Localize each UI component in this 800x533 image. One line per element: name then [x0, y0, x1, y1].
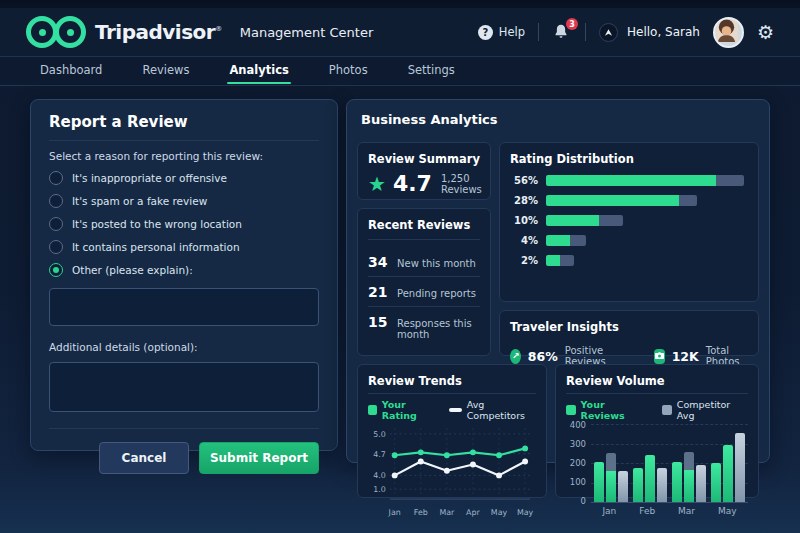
- volume-bar-green: [645, 455, 655, 502]
- volume-bar-group: [633, 455, 667, 502]
- svg-text:5.0: 5.0: [373, 430, 386, 439]
- stat-label: Pending reports: [397, 288, 476, 299]
- rating-distribution-title: Rating Distribution: [510, 152, 748, 166]
- stat-label: New this month: [397, 258, 476, 269]
- details-label: Additional details (optional):: [49, 341, 319, 353]
- radio-icon: [49, 263, 63, 277]
- reason-option[interactable]: It contains personal information: [49, 240, 319, 254]
- reason-label: It's posted to the wrong location: [72, 218, 242, 230]
- distribution-percent-label: 10%: [510, 215, 538, 226]
- brand-name: Tripadvisor®: [95, 20, 222, 44]
- recent-reviews-card: Recent Reviews 34New this month21Pending…: [357, 208, 491, 356]
- settings-gear-icon[interactable]: ⚙: [757, 23, 774, 42]
- volume-bar-lightgray: [735, 433, 745, 502]
- svg-text:Jan: Jan: [388, 508, 401, 517]
- volume-bar-lightgray: [696, 465, 706, 502]
- tab-dashboard[interactable]: Dashboard: [38, 57, 104, 85]
- stat-value: 34: [368, 254, 388, 270]
- radio-icon: [49, 217, 63, 231]
- svg-text:4.0: 4.0: [373, 471, 386, 480]
- volume-bar-gray: [684, 452, 694, 502]
- review-summary-title: Review Summary: [368, 152, 480, 166]
- distribution-bar: [546, 175, 748, 186]
- review-summary-card: Review Summary ★ 4.7 1,250 Reviews: [357, 142, 491, 200]
- header-divider: [538, 23, 539, 41]
- camera-icon: [654, 349, 665, 364]
- tab-photos[interactable]: Photos: [327, 57, 370, 85]
- bar-green-segment: [546, 195, 679, 206]
- svg-text:May: May: [491, 508, 508, 517]
- distribution-row: 4%: [510, 235, 748, 246]
- traveler-insights-title: Traveler Insights: [510, 320, 748, 334]
- distribution-row: 28%: [510, 195, 748, 206]
- reason-radio-group: It's inappropriate or offensiveIt's spam…: [49, 171, 319, 277]
- user-greeting: Hello, Sarah: [627, 25, 700, 39]
- tab-reviews[interactable]: Reviews: [140, 57, 191, 85]
- reason-label: It contains personal information: [72, 241, 240, 253]
- volume-bar-group: [594, 453, 628, 502]
- notification-badge: 3: [566, 18, 578, 30]
- bar-gray-segment: [570, 235, 586, 246]
- avatar[interactable]: [713, 17, 744, 48]
- cancel-button[interactable]: Cancel: [99, 442, 189, 474]
- reason-option[interactable]: It's inappropriate or offensive: [49, 171, 319, 185]
- business-analytics-panel: Business Analytics Review Summary ★ 4.7 …: [346, 99, 770, 463]
- reason-label: It's spam or a fake review: [72, 195, 207, 207]
- account-icon: [599, 23, 618, 42]
- reason-label: Other (please explain):: [72, 264, 193, 276]
- volume-y-tick: 100: [566, 477, 586, 487]
- help-button[interactable]: ? Help: [478, 25, 525, 40]
- recent-review-stat: 34New this month: [368, 247, 480, 276]
- distribution-bar: [546, 255, 748, 266]
- reason-option[interactable]: It's spam or a fake review: [49, 194, 319, 208]
- volume-bar-group: [711, 433, 745, 502]
- main-nav: DashboardReviewsAnalyticsPhotosSettings: [0, 57, 800, 86]
- radio-icon: [49, 194, 63, 208]
- tripadvisor-logo[interactable]: Tripadvisor®: [26, 16, 222, 48]
- review-volume-card: Review Volume Your Reviews Competitor Av…: [555, 364, 759, 498]
- overall-rating: 4.7: [393, 171, 432, 196]
- app-title: Management Center: [240, 25, 374, 40]
- volume-bar-lightgray: [618, 471, 628, 502]
- distribution-percent-label: 56%: [510, 175, 538, 186]
- app-header: Tripadvisor® Management Center ? Help 3 …: [0, 8, 800, 57]
- tab-settings[interactable]: Settings: [406, 57, 457, 85]
- radio-icon: [49, 171, 63, 185]
- notifications-button[interactable]: 3: [552, 22, 572, 42]
- your-reviews-swatch: [566, 405, 576, 415]
- tab-analytics[interactable]: Analytics: [227, 57, 290, 85]
- bar-green-segment: [546, 255, 560, 266]
- other-reason-textarea[interactable]: [49, 288, 319, 326]
- your-rating-swatch: [368, 405, 377, 415]
- reviews-count: 1,250 Reviews: [441, 173, 482, 195]
- review-trends-title: Review Trends: [368, 374, 536, 388]
- star-icon: ★: [368, 174, 386, 194]
- stat-value: 21: [368, 284, 388, 300]
- volume-x-tick: May: [718, 506, 737, 516]
- divider: [368, 239, 480, 240]
- report-form-title: Report a Review: [49, 113, 319, 131]
- reason-option[interactable]: Other (please explain):: [49, 263, 319, 277]
- review-volume-title: Review Volume: [566, 374, 748, 388]
- divider: [566, 393, 748, 394]
- reason-option[interactable]: It's posted to the wrong location: [49, 217, 319, 231]
- distribution-percent-label: 4%: [510, 235, 538, 246]
- distribution-bar: [546, 195, 748, 206]
- distribution-row: 56%: [510, 175, 748, 186]
- bar-green-segment: [546, 235, 570, 246]
- volume-bar-lightgray: [657, 468, 667, 502]
- volume-bar-gray: [606, 453, 616, 502]
- volume-bar-green-base: [684, 470, 694, 502]
- report-review-panel: Report a Review Select a reason for repo…: [30, 99, 338, 451]
- submit-report-button[interactable]: Submit Report: [199, 442, 319, 474]
- volume-bar-green: [594, 462, 604, 502]
- tripadvisor-owl-icon: [26, 16, 86, 48]
- volume-bar-green: [672, 462, 682, 502]
- svg-text:4.7: 4.7: [373, 450, 386, 459]
- analytics-title: Business Analytics: [357, 110, 759, 127]
- recent-reviews-title: Recent Reviews: [368, 218, 480, 232]
- bar-green-segment: [546, 175, 716, 186]
- volume-y-tick: 200: [566, 458, 586, 468]
- additional-details-textarea[interactable]: [49, 362, 319, 412]
- stat-label: Responses this month: [397, 318, 480, 340]
